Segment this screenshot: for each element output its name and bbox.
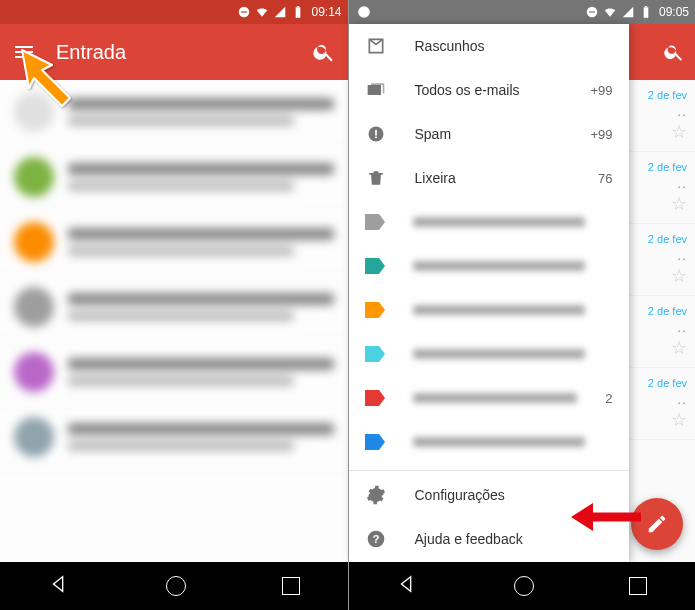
- dots: ..: [677, 175, 687, 191]
- sliver-date: 2 de fev: [648, 233, 687, 245]
- allmail-icon: [365, 79, 387, 101]
- status-bar: 09:05: [349, 0, 696, 24]
- svg-rect-10: [375, 130, 377, 136]
- nav-drawer: RascunhosTodos os e-mails+99Spam+99Lixei…: [349, 24, 629, 562]
- recents-icon[interactable]: [282, 577, 300, 595]
- sliver-row: 2 de fev..☆: [628, 296, 695, 368]
- status-time: 09:14: [311, 5, 341, 19]
- email-preview: [68, 163, 334, 191]
- drafts-icon: [365, 35, 387, 57]
- sliver-date: 2 de fev: [648, 89, 687, 101]
- status-time: 09:05: [659, 5, 689, 19]
- inbox-row[interactable]: [0, 210, 348, 275]
- sliver-date: 2 de fev: [648, 305, 687, 317]
- drawer-item[interactable]: 2: [349, 376, 629, 420]
- search-icon[interactable]: [312, 40, 336, 64]
- minus-circle-icon: [585, 5, 599, 19]
- email-preview: [68, 358, 334, 386]
- inbox-row[interactable]: [0, 275, 348, 340]
- avatar: [14, 222, 54, 262]
- drawer-item-label: [413, 261, 585, 271]
- svg-text:?: ?: [372, 533, 379, 545]
- signal-icon: [273, 5, 287, 19]
- settings-icon: [365, 484, 387, 506]
- label-icon: [365, 258, 385, 274]
- sliver-date: 2 de fev: [648, 377, 687, 389]
- status-bar: 09:14: [0, 0, 348, 24]
- inbox-row[interactable]: [0, 405, 348, 470]
- back-icon[interactable]: [48, 573, 70, 599]
- sliver-row: 2 de fev..☆: [628, 80, 695, 152]
- nav-bar: [349, 562, 696, 610]
- drawer-item-label: [413, 349, 585, 359]
- label-icon: [365, 434, 385, 450]
- drawer-item-count: +99: [590, 127, 612, 142]
- drawer-item-label: Rascunhos: [415, 38, 585, 54]
- inbox-list: [0, 80, 348, 562]
- avatar: [14, 287, 54, 327]
- dots: ..: [677, 319, 687, 335]
- sliver-row: 2 de fev..☆: [628, 368, 695, 440]
- orange-pointer-arrow-icon: [12, 40, 92, 120]
- drawer-container: 2 de fev..☆2 de fev..☆2 de fev..☆2 de fe…: [349, 24, 696, 562]
- avatar: [14, 157, 54, 197]
- svg-rect-8: [645, 6, 647, 7]
- drawer-item[interactable]: Spam+99: [349, 112, 629, 156]
- drawer-item-count: 76: [598, 171, 612, 186]
- svg-rect-2: [296, 7, 301, 17]
- avatar: [14, 352, 54, 392]
- star-icon[interactable]: ☆: [671, 337, 687, 359]
- svg-rect-6: [589, 11, 595, 12]
- minus-circle-icon: [237, 5, 251, 19]
- home-icon[interactable]: [514, 576, 534, 596]
- sliver-date: 2 de fev: [648, 161, 687, 173]
- dots: ..: [677, 391, 687, 407]
- left-phone: 09:14 Entrada: [0, 0, 348, 610]
- drawer-item-label: Spam: [415, 126, 563, 142]
- drawer-item-label: [413, 217, 585, 227]
- drawer-item-label: Lixeira: [415, 170, 571, 186]
- recents-icon[interactable]: [629, 577, 647, 595]
- star-icon[interactable]: ☆: [671, 193, 687, 215]
- trash-icon: [365, 167, 387, 189]
- svg-rect-3: [297, 6, 299, 7]
- back-icon[interactable]: [396, 573, 418, 599]
- label-icon: [365, 346, 385, 362]
- drawer-item-label: [413, 305, 585, 315]
- svg-rect-11: [375, 137, 377, 139]
- star-icon[interactable]: ☆: [671, 409, 687, 431]
- star-icon[interactable]: ☆: [671, 121, 687, 143]
- nav-bar: [0, 562, 348, 610]
- right-phone: 09:05 2 de fev..☆2 de fev..☆2 de fev..☆2…: [348, 0, 696, 610]
- dots: ..: [677, 103, 687, 119]
- email-preview: [68, 293, 334, 321]
- drawer-item-label: Todos os e-mails: [415, 82, 563, 98]
- drawer-item-count: +99: [590, 83, 612, 98]
- drawer-item[interactable]: [349, 244, 629, 288]
- background-sliver: 2 de fev..☆2 de fev..☆2 de fev..☆2 de fe…: [628, 24, 695, 562]
- drawer-item[interactable]: [349, 200, 629, 244]
- drawer-item[interactable]: Lixeira76: [349, 156, 629, 200]
- label-icon: [365, 390, 385, 406]
- dots: ..: [677, 247, 687, 263]
- spotify-icon: [357, 5, 371, 19]
- drawer-item[interactable]: Rascunhos: [349, 24, 629, 68]
- label-icon: [365, 302, 385, 318]
- battery-icon: [639, 5, 653, 19]
- drawer-item[interactable]: Todos os e-mails+99: [349, 68, 629, 112]
- drawer-item[interactable]: [349, 420, 629, 464]
- search-icon[interactable]: [663, 41, 685, 63]
- wifi-icon: [255, 5, 269, 19]
- inbox-row[interactable]: [0, 340, 348, 405]
- home-icon[interactable]: [166, 576, 186, 596]
- star-icon[interactable]: ☆: [671, 265, 687, 287]
- drawer-item[interactable]: [349, 288, 629, 332]
- drawer-item[interactable]: [349, 332, 629, 376]
- drawer-item-label: [413, 393, 578, 403]
- drawer-item-label: [413, 437, 585, 447]
- avatar: [14, 417, 54, 457]
- inbox-row[interactable]: [0, 145, 348, 210]
- email-preview: [68, 98, 334, 126]
- sliver-row: 2 de fev..☆: [628, 224, 695, 296]
- spam-icon: [365, 123, 387, 145]
